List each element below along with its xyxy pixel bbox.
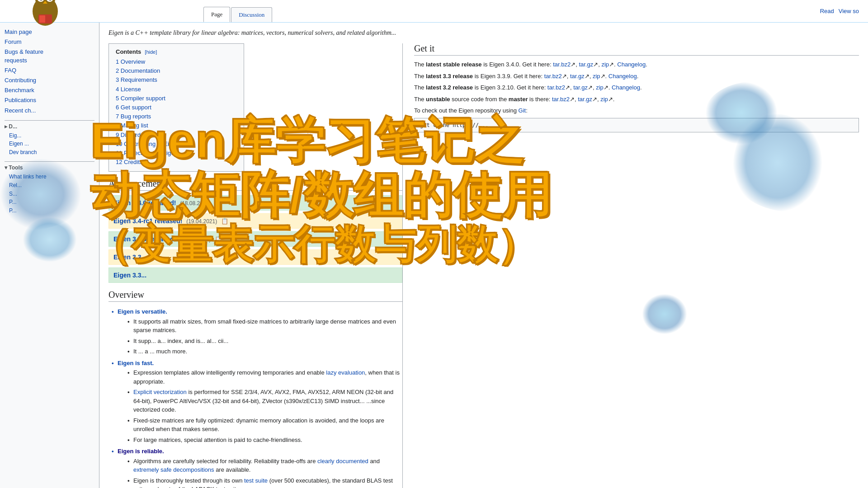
overview-sublist-1: Expression templates allow intelligently… — [118, 367, 402, 445]
sidebar-item-recentchanges[interactable]: Recent ch... — [5, 106, 94, 116]
sidebar-docs-item-0[interactable]: Eig... — [5, 131, 94, 140]
clearly-doc-link[interactable]: clearly documented — [317, 458, 368, 465]
overview-title: Overview — [108, 290, 402, 302]
sidebar-item-benchmark[interactable]: Benchmark — [5, 85, 94, 95]
bold-unstable: unstable — [426, 96, 450, 103]
contents-item: 11 Projects using Eigen... — [116, 149, 237, 158]
tarball-bz2-0[interactable]: tar.bz2 — [553, 61, 571, 68]
right-column: Get it The latest stable release is Eige… — [402, 43, 859, 488]
contents-item: 2 Documentation — [116, 66, 237, 75]
contents-link-11[interactable]: 11 Projects using Eigen... — [116, 150, 182, 156]
overview-item-0: Eigen is versatile. It supports all matr… — [111, 306, 402, 358]
announcement-item-4: Eigen 3.3... — [108, 267, 402, 283]
sidebar-tools-item-1[interactable]: Rel... — [5, 181, 94, 190]
bold-master: master — [509, 96, 528, 103]
sidebar-tools-header[interactable]: ▾ Tools — [5, 164, 94, 171]
announcement-link-2[interactable]: Eigen 3.3.9 released! — [113, 235, 176, 243]
tab-page[interactable]: Page — [203, 7, 230, 22]
safe-link[interactable]: safe — [160, 466, 172, 473]
decompositions-link[interactable]: decompositions — [173, 466, 214, 473]
contents-link-3[interactable]: 3 Requirements — [116, 76, 157, 83]
announcement-link-3[interactable]: Eigen 3.3... — [113, 253, 146, 261]
lazy-eval-link[interactable]: lazy evaluation — [326, 369, 365, 376]
tarball-bz2-3[interactable]: tar.bz2 — [552, 96, 570, 103]
git-link[interactable]: Git — [519, 107, 526, 114]
intro-text: Eigen is a C++ template library for line… — [108, 29, 859, 37]
action-viewsource[interactable]: View so — [839, 8, 859, 14]
contents-link-6[interactable]: 6 Get support — [116, 104, 151, 111]
contents-link-8[interactable]: 8 Mailing list — [116, 122, 148, 129]
announcements-title: Announcements — [108, 178, 402, 191]
tarball-gz-0[interactable]: tar.gz — [579, 61, 593, 68]
sidebar-tools-item-0[interactable]: What links here — [5, 173, 94, 181]
contents-item: 8 Mailing list — [116, 121, 237, 130]
contents-link-12[interactable]: 12 Credits — [116, 159, 142, 165]
zip-0[interactable]: zip — [601, 61, 609, 68]
sidebar-item-publications[interactable]: Publications — [5, 95, 94, 105]
tab-discussion[interactable]: Discussion — [231, 7, 272, 22]
owl-logo — [27, 0, 63, 27]
contents-list: 1 Overview 2 Documentation 3 Requirement… — [116, 57, 237, 167]
zip-1[interactable]: zip — [593, 73, 600, 80]
sidebar-docs-item-1[interactable]: Eigen ... — [5, 140, 94, 148]
get-it-content: The latest stable release is Eigen 3.4.0… — [414, 60, 859, 132]
overview-sub-0-1: It supp... a... index, and is... al... c… — [127, 336, 402, 347]
overview-item-1: Eigen is fast. Expression templates allo… — [111, 358, 402, 446]
overview-label-0: Eigen is versatile. — [118, 308, 167, 315]
contents-item: 12 Credits — [116, 158, 237, 167]
contents-item: 1 Overview — [116, 57, 237, 66]
action-read[interactable]: Read — [820, 8, 834, 14]
tarball-gz-1[interactable]: tar.gz — [570, 73, 585, 80]
explicit-vec-link[interactable]: Explicit vectorization — [133, 389, 187, 395]
announcement-link-4[interactable]: Eigen 3.3... — [113, 272, 146, 279]
extremely-link[interactable]: extremely — [133, 466, 159, 473]
tarball-gz-2[interactable]: tar.gz — [573, 84, 588, 91]
sidebar-item-contributing[interactable]: Contributing — [5, 75, 94, 85]
contents-link-9[interactable]: 9 Discord Server — [116, 131, 160, 138]
announcement-link-0[interactable]: Eigen 3.4.0 released! — [113, 199, 176, 206]
test-suite-link[interactable]: test suite — [244, 477, 268, 484]
tarball-bz2-2[interactable]: tar.bz2 — [547, 84, 565, 91]
get-it-line-0: The latest stable release is Eigen 3.4.0… — [414, 60, 859, 69]
contents-item: 3 Requirements — [116, 75, 237, 84]
overview-sub-2-0: Algorithms are carefully selected for re… — [127, 456, 402, 475]
announcement-link-1[interactable]: Eigen 3.4-rc1 released! — [113, 217, 183, 225]
sidebar-docs-item-2[interactable]: Dev branch — [5, 148, 94, 157]
tarball-gz-3[interactable]: tar.gz — [578, 96, 592, 103]
changelog-1[interactable]: Changelog — [609, 73, 637, 80]
sidebar-tools-item-4[interactable]: P... — [5, 206, 94, 215]
announcement-item-1: Eigen 3.4-rc1 released! (19.04.2021) 📋 — [108, 213, 402, 229]
tarball-bz2-1[interactable]: tar.bz2 — [544, 73, 562, 80]
contents-title: Contents — [116, 48, 141, 55]
contents-link-1[interactable]: 1 Overview — [116, 58, 145, 65]
sidebar-tools-item-2[interactable]: S... — [5, 190, 94, 198]
overview-sublist-2: Algorithms are carefully selected for re… — [118, 456, 402, 488]
contents-link-4[interactable]: 4 License — [116, 86, 141, 93]
sidebar-tools-item-3[interactable]: P... — [5, 198, 94, 206]
sidebar-docs-header[interactable]: ▸ D... — [5, 123, 94, 130]
sidebar-item-faq[interactable]: FAQ — [5, 66, 94, 75]
announcement-date-0: (18.08.2021) — [180, 200, 211, 206]
contents-item: 9 Discord Server — [116, 131, 237, 140]
overview-section: Overview Eigen is versatile. It supports… — [108, 290, 402, 488]
contents-link-5[interactable]: 5 Compiler support — [116, 95, 165, 102]
sidebar-item-forum[interactable]: Forum — [5, 37, 94, 47]
contents-link-7[interactable]: 7 Bug reports — [116, 113, 151, 120]
announcement-date-1: (19.04.2021) — [186, 218, 217, 225]
contents-hide-btn[interactable]: [hide] — [145, 49, 157, 55]
changelog-2[interactable]: Changelog — [612, 84, 640, 91]
contents-box: Contents [hide] 1 Overview 2 Documentati… — [108, 43, 244, 172]
zip-3[interactable]: zip — [600, 96, 608, 103]
contents-link-2[interactable]: 2 Documentation — [116, 67, 160, 74]
contents-link-10[interactable]: 10 Contributing to Eigen... — [116, 141, 184, 147]
zip-2[interactable]: zip — [596, 84, 604, 91]
changelog-0[interactable]: Changelog — [617, 61, 646, 68]
content-columns: Contents [hide] 1 Overview 2 Documentati… — [108, 43, 859, 488]
logo-area — [0, 0, 99, 34]
sidebar-item-bugs[interactable]: Bugs & featurerequests — [5, 47, 94, 65]
overview-label-1: Eigen is fast. — [118, 360, 154, 366]
announcement-icon-1: 📋 — [221, 218, 228, 225]
sidebar-divider-2 — [5, 161, 94, 162]
get-it-checkout: To check out the Eigen repository using … — [414, 106, 859, 115]
get-it-line-1: The latest 3.3 release is Eigen 3.3.9. G… — [414, 72, 859, 81]
